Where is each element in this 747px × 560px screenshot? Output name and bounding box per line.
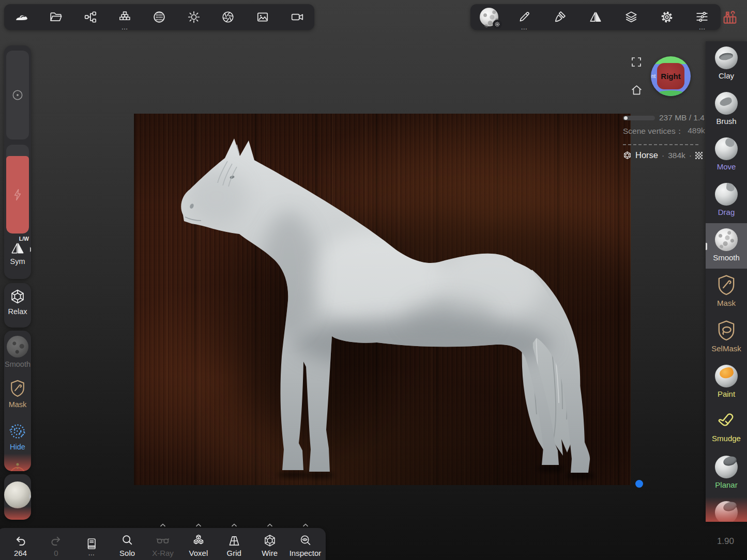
- matcap-sphere-icon: [4, 481, 31, 508]
- redo-count: 0: [54, 549, 58, 557]
- mask-shield-icon: [9, 379, 26, 398]
- orientation-gizmo[interactable]: Right nt: [651, 56, 691, 96]
- gizmo-face-label: Right: [661, 72, 680, 81]
- transform-gizmo-icon: [9, 461, 26, 471]
- panel-caret-icon: [160, 523, 166, 527]
- memory-usage-text: 237 MB / 1.4: [659, 113, 705, 122]
- tool-move[interactable]: Move: [706, 132, 747, 178]
- post-process-button[interactable]: [213, 4, 243, 30]
- panel-caret-icon: [231, 523, 237, 527]
- toolbox-icon: [722, 9, 738, 26]
- separator-dot: ·: [662, 151, 664, 160]
- gear-icon: [660, 10, 674, 24]
- selection-tick: [706, 243, 707, 250]
- background-image-button[interactable]: [247, 4, 278, 30]
- hide-tool-button[interactable]: Hide: [4, 423, 31, 451]
- brush-tool-icon: [715, 92, 738, 115]
- undo-icon: [14, 535, 27, 548]
- sun-icon: [187, 10, 201, 24]
- paint-settings-button[interactable]: [545, 4, 575, 30]
- settings-button[interactable]: [651, 4, 682, 30]
- gizmo-bottom-band: [658, 90, 684, 96]
- material-button[interactable]: [144, 4, 175, 30]
- tool-brush[interactable]: Brush: [706, 87, 747, 132]
- tool-label: Drag: [718, 208, 735, 216]
- camera-button[interactable]: [282, 4, 312, 30]
- gizmo-tool-button-partial[interactable]: [4, 461, 31, 471]
- lighting-button[interactable]: [178, 4, 209, 30]
- tool-mask[interactable]: Mask: [706, 269, 747, 314]
- sym-label: Sym: [10, 257, 25, 266]
- matcap-panel: [4, 474, 31, 520]
- relax-tool-button[interactable]: Relax: [4, 288, 31, 316]
- toolbox-button[interactable]: [720, 8, 740, 27]
- tool-paint[interactable]: Paint: [706, 360, 747, 405]
- tool-label: Smudge: [712, 434, 741, 443]
- expand-arrow-icon: [30, 247, 31, 252]
- smooth-tool-icon: [715, 228, 738, 251]
- voxel-button[interactable]: Voxel: [183, 528, 214, 560]
- selmask-tool-icon: [716, 319, 737, 342]
- layers-button[interactable]: [616, 4, 646, 30]
- home-view-button[interactable]: [629, 83, 644, 97]
- tool-clay[interactable]: Clay: [706, 41, 747, 87]
- undo-button[interactable]: 264: [5, 528, 36, 560]
- adjustments-button[interactable]: …: [687, 4, 718, 30]
- smooth-tool-button-disabled[interactable]: Smooth: [4, 336, 31, 368]
- lightning-icon: [12, 188, 23, 201]
- gizmo-right-face[interactable]: Right: [657, 63, 684, 89]
- tool-label: Move: [717, 162, 736, 171]
- sculpt-viewport[interactable]: [134, 114, 631, 485]
- smooth-sphere-icon: [7, 336, 28, 357]
- voxel-label: Voxel: [189, 549, 208, 557]
- tool-planar[interactable]: Planar: [706, 450, 747, 496]
- top-left-toolbar: …: [4, 4, 314, 30]
- panel-caret-icon: [267, 523, 273, 527]
- mask-tool-button[interactable]: Mask: [4, 379, 31, 409]
- files-button[interactable]: [41, 4, 71, 30]
- left-tools-panel: Smooth Mask Hide: [4, 331, 31, 471]
- intensity-slider[interactable]: [6, 145, 29, 234]
- history-notes-button[interactable]: …: [77, 528, 107, 560]
- smudge-hand-icon: [715, 410, 737, 432]
- stroke-pencil-button[interactable]: …: [509, 4, 540, 30]
- xray-label: X-Ray: [152, 549, 174, 557]
- symmetry-toggle[interactable]: L/W Sym: [4, 236, 31, 266]
- tool-smooth-selected[interactable]: Smooth: [706, 223, 747, 269]
- scene-vertices-label: Scene vertices：: [623, 126, 683, 137]
- scene-graph-button[interactable]: [75, 4, 105, 30]
- expand-arrow-icon: [29, 494, 31, 499]
- panel-caret-icon: [302, 523, 309, 527]
- home-icon: [630, 84, 643, 97]
- tool-sidebar: Clay Brush Move Drag Smooth Mask SelMask…: [706, 41, 747, 522]
- object-row[interactable]: Horse · 384k ·: [623, 150, 707, 160]
- tool-label: SelMask: [711, 344, 741, 353]
- app-logo-button[interactable]: [6, 4, 37, 30]
- redo-button[interactable]: 0: [41, 528, 71, 560]
- video-camera-icon: [291, 10, 304, 24]
- inspector-button[interactable]: Inspector: [290, 528, 321, 560]
- solo-button[interactable]: Solo: [112, 528, 143, 560]
- matcap-sphere-button[interactable]: [4, 481, 31, 508]
- relax-label: Relax: [8, 307, 27, 316]
- brush-alpha-button[interactable]: [474, 4, 504, 30]
- tool-selmask[interactable]: SelMask: [706, 314, 747, 360]
- xray-button[interactable]: X-Ray: [148, 528, 178, 560]
- symmetry-button[interactable]: [580, 4, 611, 30]
- radius-slider[interactable]: [6, 51, 29, 139]
- material-sphere-icon: [153, 10, 166, 24]
- folder-icon: [49, 10, 63, 24]
- hide-dotted-sphere-icon: [8, 423, 27, 440]
- tool-drag[interactable]: Drag: [706, 178, 747, 223]
- tool-partial[interactable]: [706, 496, 747, 522]
- topology-button[interactable]: …: [110, 4, 140, 30]
- hide-label: Hide: [10, 443, 25, 451]
- wire-button[interactable]: Wire: [254, 528, 285, 560]
- grid-button[interactable]: Grid: [219, 528, 249, 560]
- smooth-label: Smooth: [5, 360, 31, 368]
- tool-smudge[interactable]: Smudge: [706, 405, 747, 450]
- relax-panel: Relax: [4, 283, 31, 328]
- mask-label: Mask: [9, 400, 27, 409]
- sym-mode-label: L/W: [19, 236, 29, 242]
- fullscreen-button[interactable]: [629, 55, 644, 69]
